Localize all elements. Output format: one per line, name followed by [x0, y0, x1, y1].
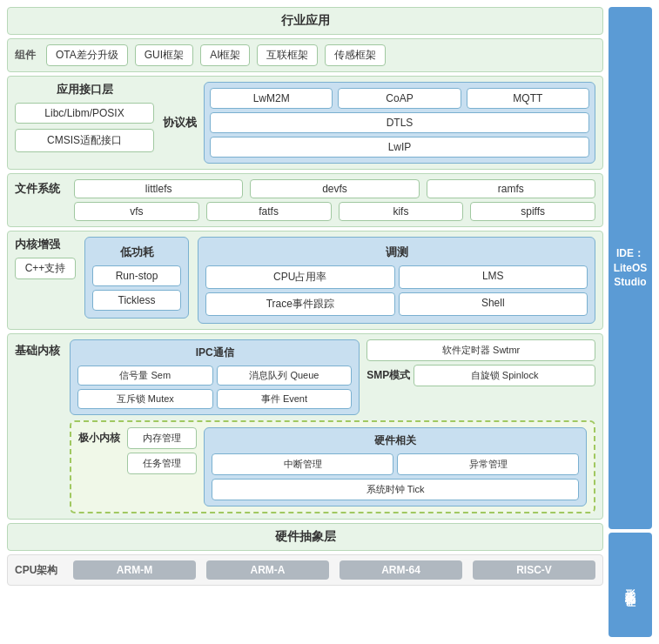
ipc-grid: 信号量 Sem 消息队列 Queue 互斥锁 Mutex 事件 Event — [77, 366, 352, 409]
main-container: 行业应用 组件 OTA差分升级 GUI框架 AI框架 互联框架 传感框架 应用接… — [0, 0, 659, 644]
formal-verify-text: 形式化验证 — [623, 580, 638, 589]
left-content: 行业应用 组件 OTA差分升级 GUI框架 AI框架 互联框架 传感框架 应用接… — [7, 7, 603, 637]
comp-ai: AI框架 — [200, 44, 250, 66]
ipc-sem: 信号量 Sem — [77, 366, 213, 386]
comp-ota: OTA差分升级 — [46, 44, 128, 66]
hardware-related-section: 硬件相关 中断管理 异常管理 系统时钟 Tick — [204, 427, 587, 506]
industry-app: 行业应用 — [7, 7, 603, 35]
fs-kifs: kifs — [339, 202, 464, 221]
debug-title: 调测 — [205, 245, 588, 260]
comp-gui: GUI框架 — [135, 44, 193, 66]
hw-interrupt: 中断管理 — [212, 453, 393, 475]
tiny-memory: 内存管理 — [127, 427, 197, 449]
lp-runstop: Run-stop — [92, 265, 181, 286]
ipc-title: IPC通信 — [77, 345, 352, 360]
tiny-task: 任务管理 — [127, 453, 197, 474]
fs-devfs: devfs — [250, 179, 419, 198]
kernel-enhance-row: 内核增强 C++支持 低功耗 Run-stop Tickless 调测 CPU占… — [7, 231, 603, 330]
right-sidebar: IDE：LiteOS Studio 形式化验证 — [609, 7, 652, 637]
protocol-lwm2m: LwM2M — [210, 88, 333, 109]
debug-lms: LMS — [399, 265, 588, 289]
api-libc: Libc/Libm/POSIX — [15, 103, 154, 124]
low-power-section: 低功耗 Run-stop Tickless — [84, 237, 189, 319]
low-power-title: 低功耗 — [92, 245, 181, 260]
components-row: 组件 OTA差分升级 GUI框架 AI框架 互联框架 传感框架 — [7, 38, 603, 72]
hw-grid: 中断管理 异常管理 系统时钟 Tick — [212, 453, 579, 500]
api-section-title: 应用接口层 — [15, 82, 154, 97]
fs-littlefs: littlefs — [74, 179, 243, 198]
comp-connect: 互联框架 — [257, 44, 318, 66]
cpu-arm-64: ARM-64 — [340, 560, 462, 580]
comp-sensor: 传感框架 — [325, 44, 386, 66]
ipc-smp-row: IPC通信 信号量 Sem 消息队列 Queue 互斥锁 Mutex 事件 Ev… — [70, 339, 595, 415]
lp-tickless: Tickless — [92, 290, 181, 311]
hw-exception: 异常管理 — [397, 453, 579, 475]
protocol-coap: CoAP — [338, 88, 461, 109]
lp-items: Run-stop Tickless — [92, 265, 181, 311]
ide-box: IDE：LiteOS Studio — [609, 7, 652, 529]
fs-vfs: vfs — [74, 202, 199, 221]
fs-bottom: vfs fatfs kifs spiffs — [15, 202, 595, 221]
protocol-mqtt: MQTT — [467, 88, 589, 109]
industry-title: 行业应用 — [281, 13, 330, 27]
timer-item: 软件定时器 Swtmr — [366, 339, 595, 361]
fs-ramfs: ramfs — [427, 179, 595, 198]
fs-top: 文件系统 littlefs devfs ramfs — [15, 179, 595, 198]
debug-shell: Shell — [399, 292, 588, 316]
fs-spiffs: spiffs — [470, 202, 595, 221]
ipc-mutex: 互斥锁 Mutex — [77, 389, 213, 409]
hal-row: 硬件抽象层 — [7, 523, 603, 551]
kernel-enhance-label: 内核增强 — [15, 237, 76, 252]
cpu-riscv: RISC-V — [473, 560, 595, 580]
tiny-mem-task: 内存管理 任务管理 — [127, 427, 197, 474]
smp-label: SMP模式 — [366, 368, 410, 383]
hw-sysclock: 系统时钟 Tick — [212, 479, 579, 500]
protocol-dtls: DTLS — [210, 112, 589, 133]
protocol-label: 协议栈 — [163, 82, 197, 164]
base-kernel-label: 基础内核 — [15, 343, 63, 359]
debug-cpu: CPU占用率 — [205, 265, 395, 289]
ide-text: IDE：LiteOS Studio — [612, 246, 649, 290]
base-kernel-row: 基础内核 IPC通信 信号量 Sem 消息队列 Queue 互斥锁 Mutex … — [7, 333, 603, 520]
cpu-arch-label: CPU架构 — [15, 563, 63, 578]
formal-verify-box: 形式化验证 — [609, 533, 652, 637]
components-label: 组件 — [15, 48, 36, 63]
smp-spinlock: 自旋锁 Spinlock — [414, 365, 595, 386]
cpu-arch-row: CPU架构 ARM-M ARM-A ARM-64 RISC-V — [7, 554, 603, 586]
api-section: 应用接口层 Libc/Libm/POSIX CMSIS适配接口 — [15, 82, 154, 164]
ipc-event: 事件 Event — [217, 389, 353, 409]
base-kernel-content: IPC通信 信号量 Sem 消息队列 Queue 互斥锁 Mutex 事件 Ev… — [70, 339, 595, 513]
cpu-arm-m: ARM-M — [73, 560, 196, 580]
fs-label: 文件系统 — [15, 181, 67, 197]
smp-timer-section: 软件定时器 Swtmr SMP模式 自旋锁 Spinlock — [366, 339, 595, 415]
tiny-kernel-section: 极小内核 内存管理 任务管理 硬件相关 中断管理 异常管理 系统时钟 Tick — [70, 420, 595, 513]
filesystem-row: 文件系统 littlefs devfs ramfs vfs fatfs kifs… — [7, 173, 603, 227]
hw-title: 硬件相关 — [212, 433, 579, 448]
tiny-label: 极小内核 — [78, 431, 120, 446]
kernel-cpp: C++支持 — [15, 258, 76, 279]
api-protocol-row: 应用接口层 Libc/Libm/POSIX CMSIS适配接口 协议栈 LwM2… — [7, 76, 603, 170]
smp-row: SMP模式 自旋锁 Spinlock — [366, 365, 595, 386]
fs-fatfs: fatfs — [206, 202, 332, 221]
api-cmsis: CMSIS适配接口 — [15, 129, 154, 152]
debug-trace: Trace事件跟踪 — [205, 292, 395, 316]
ipc-queue: 消息队列 Queue — [217, 366, 353, 386]
protocol-top-row: LwM2M CoAP MQTT — [210, 88, 589, 109]
protocol-section: 协议栈 LwM2M CoAP MQTT DTLS LwIP — [163, 82, 595, 164]
ipc-section: IPC通信 信号量 Sem 消息队列 Queue 互斥锁 Mutex 事件 Ev… — [70, 339, 360, 415]
cpu-arm-a: ARM-A — [206, 560, 329, 580]
debug-section: 调测 CPU占用率 LMS Trace事件跟踪 Shell — [198, 237, 595, 324]
protocol-lwip: LwIP — [210, 137, 589, 158]
kernel-label-section: 内核增强 C++支持 — [15, 237, 76, 279]
debug-grid: CPU占用率 LMS Trace事件跟踪 Shell — [205, 265, 588, 316]
protocol-items: LwM2M CoAP MQTT DTLS LwIP — [204, 82, 595, 164]
hal-title: 硬件抽象层 — [275, 529, 336, 543]
